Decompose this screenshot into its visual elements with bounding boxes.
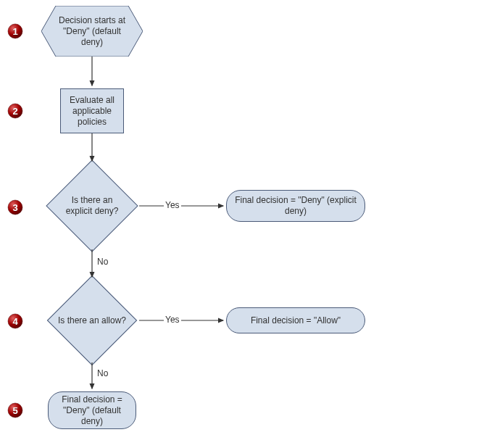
edge-label-no-2: No [96, 368, 109, 378]
edge-label-no-1: No [96, 257, 109, 267]
flowchart-canvas: 1 2 3 4 5 Decision starts at "Deny" (def… [0, 0, 479, 448]
edge-label-yes-1: Yes [164, 200, 181, 210]
arrows-layer [0, 0, 479, 448]
edge-label-yes-2: Yes [164, 315, 181, 325]
